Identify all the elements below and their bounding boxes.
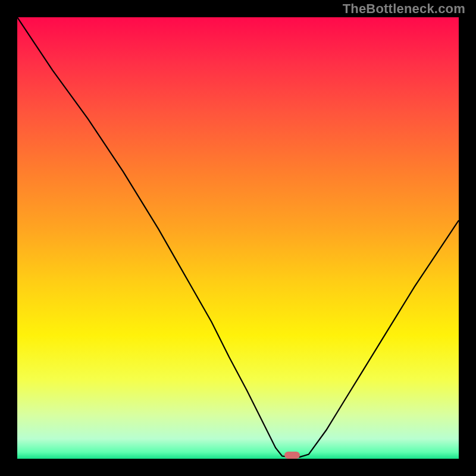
- trough-marker: [284, 452, 300, 459]
- watermark-text: TheBottleneck.com: [343, 1, 465, 17]
- chart-stage: TheBottleneck.com: [0, 0, 476, 476]
- plot-background: [17, 17, 459, 459]
- chart-svg: [0, 0, 476, 476]
